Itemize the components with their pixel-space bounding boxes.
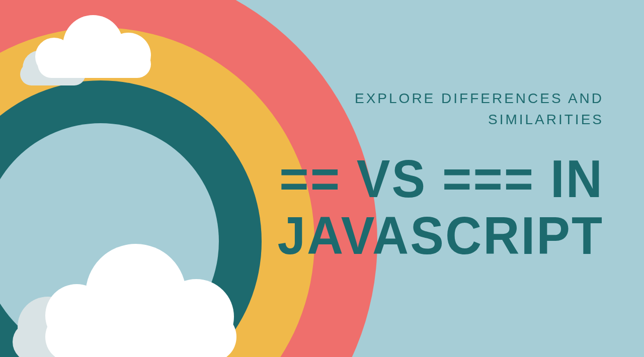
subtitle-line1: EXPLORE DIFFERENCES AND xyxy=(277,88,604,109)
title: == VS === IN JAVASCRIPT xyxy=(277,150,604,264)
subtitle: EXPLORE DIFFERENCES AND SIMILARITIES xyxy=(277,88,604,130)
subtitle-line2: SIMILARITIES xyxy=(277,109,604,130)
title-line1: == VS === IN xyxy=(277,150,604,207)
text-content: EXPLORE DIFFERENCES AND SIMILARITIES == … xyxy=(277,88,604,261)
title-line2: JAVASCRIPT xyxy=(277,207,604,264)
